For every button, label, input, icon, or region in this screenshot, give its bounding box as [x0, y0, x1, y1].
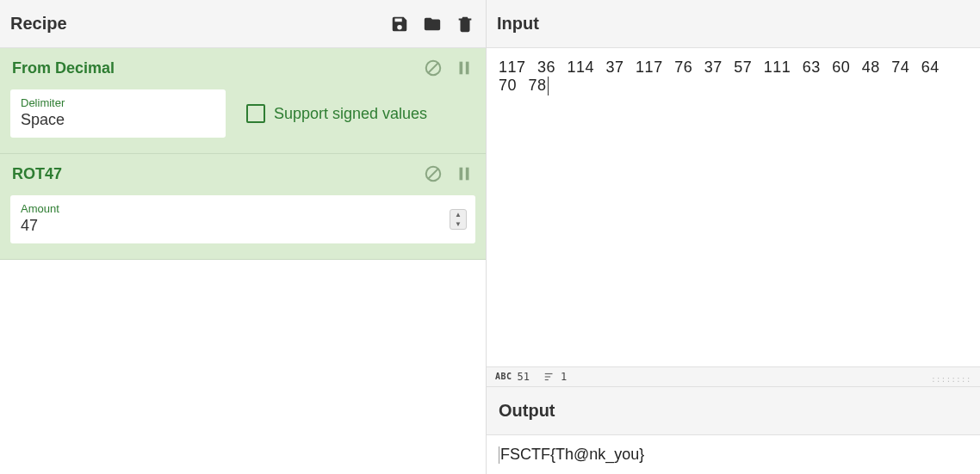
- recipe-toolbar: [389, 14, 475, 34]
- char-count-status: ABC 51: [495, 371, 530, 383]
- pause-icon[interactable]: [455, 58, 474, 77]
- io-panel: Input 117 36 114 37 117 76 37 57 111 63 …: [487, 0, 980, 474]
- input-title: Input: [497, 14, 539, 34]
- signed-label: Support signed values: [274, 105, 427, 123]
- recipe-header: Recipe: [0, 0, 486, 48]
- delimiter-value: Space: [21, 111, 215, 129]
- amount-field[interactable]: Amount 47 ▲ ▼: [10, 195, 475, 243]
- output-textarea[interactable]: FSCTF{Th@nk_you}: [487, 435, 980, 474]
- app-root: Recipe From Decimal: [0, 0, 980, 474]
- operation-body: Amount 47 ▲ ▼: [0, 187, 486, 259]
- operation-header: From Decimal: [0, 48, 486, 81]
- svg-line-5: [429, 169, 438, 179]
- output-header: Output: [487, 387, 980, 435]
- operation-header: ROT47: [0, 154, 486, 187]
- svg-rect-3: [466, 62, 469, 75]
- operation-from-decimal: From Decimal Delimiter Space: [0, 48, 486, 154]
- delimiter-label: Delimiter: [21, 96, 215, 109]
- output-text: FSCTF{Th@nk_you}: [500, 446, 644, 463]
- disable-icon[interactable]: [424, 164, 443, 183]
- recipe-panel: Recipe From Decimal: [0, 0, 487, 474]
- svg-rect-7: [466, 168, 469, 181]
- save-icon[interactable]: [389, 14, 410, 34]
- char-count: 51: [518, 371, 530, 383]
- svg-rect-2: [460, 62, 463, 75]
- input-section: Input 117 36 114 37 117 76 37 57 111 63 …: [487, 0, 980, 387]
- abc-icon: ABC: [495, 372, 512, 381]
- signed-checkbox-row[interactable]: Support signed values: [246, 104, 427, 123]
- operation-rot47: ROT47 Amount 47: [0, 154, 486, 260]
- chevron-down-icon: ▼: [450, 219, 466, 229]
- svg-rect-6: [460, 168, 463, 181]
- operation-controls: [424, 58, 474, 77]
- operation-title: From Decimal: [12, 59, 115, 77]
- trash-icon[interactable]: [455, 14, 475, 34]
- operation-controls: [424, 164, 474, 183]
- lines-icon: [543, 371, 555, 383]
- recipe-title: Recipe: [10, 14, 67, 34]
- pause-icon[interactable]: [455, 164, 474, 183]
- input-text: 117 36 114 37 117 76 37 57 111 63 60 48 …: [499, 58, 951, 94]
- line-count-status: 1: [543, 371, 567, 383]
- checkbox-icon: [246, 104, 265, 123]
- amount-stepper[interactable]: ▲ ▼: [450, 209, 467, 230]
- amount-label: Amount: [21, 202, 465, 215]
- output-title: Output: [499, 401, 555, 421]
- folder-icon[interactable]: [422, 14, 443, 34]
- input-header: Input: [487, 0, 980, 48]
- operation-body: Delimiter Space Support signed values: [0, 81, 486, 153]
- resize-handle[interactable]: ::::::::: [931, 376, 971, 384]
- amount-value: 47: [21, 217, 465, 235]
- chevron-up-icon: ▲: [450, 210, 466, 219]
- svg-line-1: [429, 64, 438, 73]
- input-textarea[interactable]: 117 36 114 37 117 76 37 57 111 63 60 48 …: [487, 48, 980, 366]
- disable-icon[interactable]: [424, 58, 443, 77]
- delimiter-field[interactable]: Delimiter Space: [10, 89, 226, 138]
- operation-title: ROT47: [12, 165, 62, 183]
- text-cursor: [499, 446, 499, 464]
- line-count: 1: [561, 371, 567, 383]
- input-status-bar: ABC 51 1 ::::::::: [487, 366, 980, 387]
- text-cursor: [548, 77, 549, 95]
- output-section: Output FSCTF{Th@nk_you}: [487, 387, 980, 474]
- recipe-body: From Decimal Delimiter Space: [0, 48, 486, 474]
